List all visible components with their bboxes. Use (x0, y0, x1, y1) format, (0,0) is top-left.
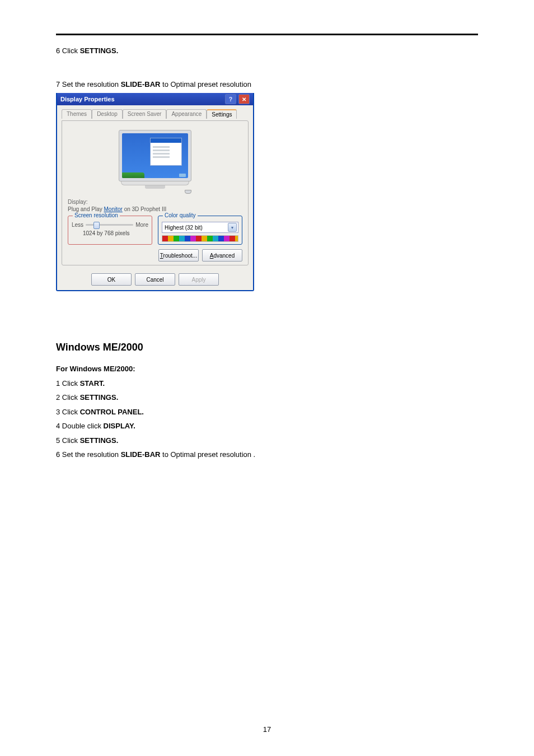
me-step-3: 3 Click CONTROL PANEL. (56, 407, 478, 418)
tab-content: Display: Plug and Play Monitor on 3D Pro… (62, 120, 249, 265)
step-6: 6 Click SETTINGS. (56, 45, 478, 57)
me-step-3-bold: CONTROL PANEL. (80, 408, 144, 416)
section-heading: Windows ME/2000 (56, 342, 478, 353)
dialog-title-text: Display Properties (60, 96, 115, 102)
me-step-2-bold: SETTINGS. (80, 393, 119, 402)
display-label: Display: (68, 199, 242, 205)
step-7: 7 Set the resolution SLIDE-BAR to Optima… (56, 79, 478, 90)
color-quality-group: Color quality Highest (32 bit) ▾ (158, 216, 242, 245)
preview-start-icon (122, 172, 144, 178)
tab-strip: Themes Desktop Screen Saver Appearance S… (62, 109, 249, 118)
me-step-5-bold: SETTINGS. (80, 436, 119, 445)
me-step-6: 6 Set the resolution SLIDE-BAR to Optima… (56, 449, 478, 460)
step-7-bold: SLIDE-BAR (121, 80, 161, 88)
screen-resolution-group: Screen resolution Less More 1024 by 768 … (68, 216, 152, 245)
me-step-1-text: 1 Click (56, 379, 80, 388)
apply-button: Apply (179, 273, 219, 286)
horizontal-rule (56, 34, 478, 35)
display-value-suffix: on 3D Prophet III (123, 206, 166, 212)
me-step-4: 4 Double click DISPLAY. (56, 421, 478, 432)
me-step-4-bold: DISPLAY. (104, 422, 135, 430)
screen-resolution-legend: Screen resolution (73, 212, 120, 218)
color-quality-dropdown[interactable]: Highest (32 bit) ▾ (162, 222, 238, 233)
monitor-link[interactable]: Monitor (104, 206, 123, 212)
page-number: 17 (0, 725, 534, 734)
preview-window-icon (150, 138, 182, 166)
me-step-6-text: 6 Set the resolution (56, 450, 121, 459)
display-properties-dialog: Display Properties ? ✕ Themes Desktop Sc… (56, 93, 254, 291)
color-quality-value: Highest (32 bit) (165, 225, 203, 231)
display-value-prefix: Plug and Play (68, 206, 104, 212)
me-step-6-bold: SLIDE-BAR (121, 450, 161, 459)
tab-settings[interactable]: Settings (207, 109, 237, 119)
me-step-2: 2 Click SETTINGS. (56, 392, 478, 403)
me-step-4-text: 4 Double click (56, 422, 104, 430)
me-step-1-bold: START. (80, 379, 105, 388)
chevron-down-icon: ▾ (228, 223, 237, 232)
dialog-titlebar: Display Properties ? ✕ (57, 93, 253, 105)
monitor-preview (119, 130, 191, 193)
slider-more-label: More (135, 222, 148, 228)
tab-desktop[interactable]: Desktop (92, 109, 123, 119)
help-button[interactable]: ? (225, 94, 236, 104)
monitor-knob-icon (185, 190, 191, 194)
step-6-text: 6 Click (56, 46, 80, 55)
ok-button[interactable]: OK (91, 273, 132, 286)
slider-thumb-icon[interactable] (93, 222, 100, 229)
step-7-text: 7 Set the resolution (56, 80, 121, 88)
cancel-button[interactable]: Cancel (135, 273, 175, 286)
preview-tray-icon (179, 174, 186, 177)
me-step-5: 5 Click SETTINGS. (56, 435, 478, 446)
close-button[interactable]: ✕ (238, 94, 250, 104)
step-6-bold: SETTINGS. (80, 46, 119, 55)
me-step-6-after: to Optimal preset resolution . (160, 450, 255, 459)
section-subheading: For Windows ME/2000: (56, 363, 478, 375)
color-quality-legend: Color quality (163, 212, 198, 218)
me-step-3-text: 3 Click (56, 408, 80, 416)
color-preview-strip (162, 235, 238, 242)
slider-less-label: Less (72, 222, 83, 228)
advanced-button[interactable]: Advanced (202, 249, 242, 262)
me-step-1: 1 Click START. (56, 378, 478, 389)
tab-screen-saver[interactable]: Screen Saver (123, 109, 167, 119)
display-value: Plug and Play Monitor on 3D Prophet III (68, 206, 242, 212)
tab-appearance[interactable]: Appearance (166, 109, 207, 119)
me-step-2-text: 2 Click (56, 393, 80, 402)
troubleshoot-button[interactable]: Troubleshoot... (158, 249, 199, 262)
me-step-5-text: 5 Click (56, 436, 80, 445)
tab-themes[interactable]: Themes (62, 109, 92, 119)
step-7-after: to Optimal preset resolution (160, 80, 251, 88)
resolution-slider[interactable] (86, 224, 133, 226)
resolution-value: 1024 by 768 pixels (72, 230, 148, 236)
